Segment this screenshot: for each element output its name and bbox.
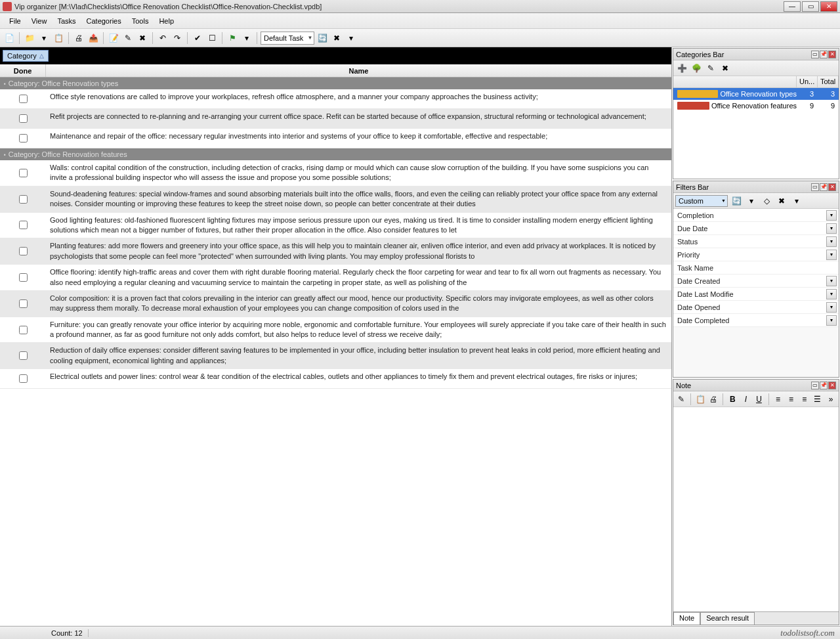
italic-icon[interactable]: I xyxy=(740,393,751,406)
done-checkbox[interactable] xyxy=(19,351,28,360)
filter-del-icon[interactable]: ✖ xyxy=(775,194,788,208)
panel-close-icon[interactable]: ✕ xyxy=(828,382,836,389)
filter-dropdown-icon[interactable]: ▾ xyxy=(826,315,837,326)
dropdown-icon[interactable]: ▾ xyxy=(37,32,51,45)
filter-row[interactable]: Task Name xyxy=(673,261,839,275)
undo-icon[interactable]: ↶ xyxy=(156,32,169,45)
menu-tasks[interactable]: Tasks xyxy=(52,16,81,26)
tab-note[interactable]: Note xyxy=(673,612,700,625)
panel-restore-icon[interactable]: ▭ xyxy=(811,51,819,58)
menu-help[interactable]: Help xyxy=(154,16,179,26)
done-checkbox[interactable] xyxy=(19,273,28,282)
filter-row[interactable]: Due Date▾ xyxy=(673,222,839,235)
cat-tree-icon[interactable]: 🌳 xyxy=(690,62,703,75)
filter-dropdown-icon[interactable]: ▾ xyxy=(826,289,837,299)
menu-tools[interactable]: Tools xyxy=(127,16,154,26)
align-right-icon[interactable]: ≡ xyxy=(799,393,810,406)
menu-file[interactable]: File xyxy=(4,16,26,26)
panel-restore-icon[interactable]: ▭ xyxy=(811,382,819,389)
filter-row[interactable]: Date Created▾ xyxy=(673,275,839,288)
filter-dropdown-icon[interactable]: ▾ xyxy=(826,302,837,313)
category-group-row[interactable]: Category: Office Renovation features xyxy=(0,148,671,160)
task-row[interactable]: Sound-deadening features: special window… xyxy=(0,187,671,213)
align-left-icon[interactable]: ≡ xyxy=(772,393,784,406)
filter-dropdown-icon[interactable]: ▾ xyxy=(826,276,837,286)
task-row[interactable]: Walls: control capital condition of the … xyxy=(0,160,671,187)
column-done[interactable]: Done xyxy=(0,64,46,77)
group-chip-category[interactable]: Category xyxy=(3,50,49,62)
folder-icon[interactable]: 📁 xyxy=(23,32,36,45)
task-row[interactable]: Good lighting features: old-fashioned fl… xyxy=(0,213,671,239)
filter-preset-dropdown[interactable]: Custom xyxy=(675,195,728,207)
panel-pin-icon[interactable]: 📌 xyxy=(820,183,828,191)
filter-dropdown-icon[interactable]: ▾ xyxy=(826,250,837,260)
filter-clear-icon[interactable]: ◇ xyxy=(760,194,773,208)
clear-icon[interactable]: ✖ xyxy=(330,32,343,45)
filter-dropdown[interactable]: Default Task xyxy=(261,32,314,45)
note-edit-icon[interactable]: ✎ xyxy=(675,393,687,406)
column-name[interactable]: Name xyxy=(46,64,671,77)
done-checkbox[interactable] xyxy=(19,95,28,103)
dropdown3-icon[interactable]: ▾ xyxy=(345,32,358,45)
refresh-icon[interactable]: 🔄 xyxy=(316,32,329,45)
uncheck-icon[interactable]: ☐ xyxy=(205,32,219,45)
filter-row[interactable]: Date Last Modifie▾ xyxy=(673,288,839,301)
check-icon[interactable]: ✔ xyxy=(191,32,204,45)
cat-del-icon[interactable]: ✖ xyxy=(719,62,732,75)
filter-dropdown-icon[interactable]: ▾ xyxy=(826,236,837,247)
panel-pin-icon[interactable]: 📌 xyxy=(820,51,828,58)
done-checkbox[interactable] xyxy=(19,134,28,143)
flag-icon[interactable]: ⚑ xyxy=(226,32,239,45)
filter-apply-icon[interactable]: 🔄 xyxy=(730,194,743,208)
done-checkbox[interactable] xyxy=(19,247,28,255)
align-center-icon[interactable]: ≡ xyxy=(786,393,797,406)
export-icon[interactable]: 📤 xyxy=(87,32,100,45)
done-checkbox[interactable] xyxy=(19,195,28,204)
note-body[interactable] xyxy=(673,407,839,611)
cat-edit-icon[interactable]: ✎ xyxy=(704,62,717,75)
filter-dropdown-icon[interactable]: ▾ xyxy=(826,223,837,234)
underline-icon[interactable]: U xyxy=(753,393,765,406)
task-row[interactable]: Maintenance and repair of the office: ne… xyxy=(0,129,671,148)
cat-col-total[interactable]: Total xyxy=(818,76,839,87)
task-row[interactable]: Electrical outlets and power lines: cont… xyxy=(0,369,671,389)
close-button[interactable]: ✕ xyxy=(820,1,837,12)
minimize-button[interactable]: — xyxy=(784,1,801,12)
menu-categories[interactable]: Categories xyxy=(81,16,127,26)
category-tree-row[interactable]: Office Renovation features99 xyxy=(673,100,839,112)
task-row[interactable]: Office flooring: identify high-traffic a… xyxy=(0,265,671,291)
filter-row[interactable]: Date Completed▾ xyxy=(673,314,839,327)
filter-row[interactable]: Status▾ xyxy=(673,235,839,248)
list-icon[interactable]: ☰ xyxy=(812,393,824,406)
menu-view[interactable]: View xyxy=(26,16,52,26)
task-row[interactable]: Planting features: add more flowers and … xyxy=(0,238,671,265)
category-tree-row[interactable]: Office Renovation types33 xyxy=(673,88,839,100)
task-row[interactable]: Reduction of daily office expenses: cons… xyxy=(0,343,671,369)
more-icon[interactable]: » xyxy=(825,393,837,406)
done-checkbox[interactable] xyxy=(19,169,28,177)
done-checkbox[interactable] xyxy=(19,114,28,123)
panel-close-icon[interactable]: ✕ xyxy=(828,183,836,191)
filter-dropdown-icon[interactable]: ▾ xyxy=(826,210,837,221)
panel-restore-icon[interactable]: ▭ xyxy=(811,183,819,191)
filter-row[interactable]: Priority▾ xyxy=(673,248,839,261)
maximize-button[interactable]: ▭ xyxy=(802,1,819,12)
note-print-icon[interactable]: 🖨 xyxy=(707,393,719,406)
cat-add-icon[interactable]: ➕ xyxy=(675,62,688,75)
task-row[interactable]: Furniture: you can greatly renovate your… xyxy=(0,317,671,343)
cat-col-un[interactable]: Un... xyxy=(797,76,818,87)
panel-close-icon[interactable]: ✕ xyxy=(828,51,836,58)
done-checkbox[interactable] xyxy=(19,221,28,229)
dropdown2-icon[interactable]: ▾ xyxy=(240,32,253,45)
edit-icon[interactable]: ✎ xyxy=(121,32,135,45)
redo-icon[interactable]: ↷ xyxy=(171,32,184,45)
cat-col-name[interactable] xyxy=(673,76,797,87)
done-checkbox[interactable] xyxy=(19,299,28,308)
print-icon[interactable]: 🖨 xyxy=(72,32,85,45)
task-icon[interactable]: 📝 xyxy=(107,32,120,45)
filter-row[interactable]: Completion▾ xyxy=(673,209,839,222)
task-row[interactable]: Office style renovations are called to i… xyxy=(0,89,671,109)
note-copy-icon[interactable]: 📋 xyxy=(694,393,706,406)
filter-row[interactable]: Date Opened▾ xyxy=(673,301,839,314)
done-checkbox[interactable] xyxy=(19,326,28,334)
